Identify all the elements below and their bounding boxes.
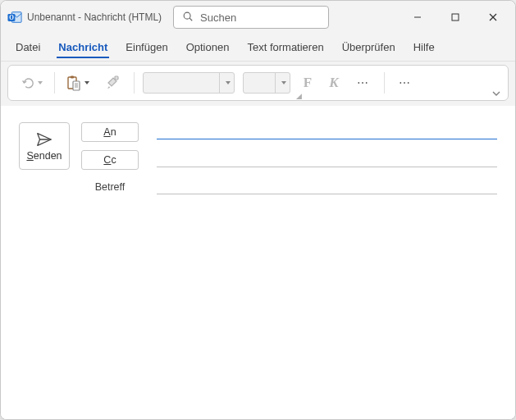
maximize-button[interactable] [436, 1, 474, 34]
format-painter-button[interactable] [101, 71, 126, 95]
italic-button[interactable]: K [325, 75, 343, 91]
to-button[interactable]: An [81, 122, 139, 142]
send-label: Senden [26, 150, 62, 162]
chevron-down-icon [275, 73, 290, 93]
recipient-fields: An Cc Betreff [81, 122, 497, 194]
search-box[interactable]: Suchen [173, 6, 329, 29]
undo-button[interactable] [16, 71, 46, 95]
chevron-down-icon [38, 81, 43, 84]
send-icon [35, 130, 53, 148]
chevron-down-icon [84, 81, 89, 84]
font-name-combo[interactable] [143, 72, 235, 94]
message-body[interactable] [19, 204, 497, 393]
compose-header: Senden An Cc Betreff [19, 122, 497, 194]
separator [384, 72, 385, 94]
collapse-ribbon-button[interactable] [490, 87, 503, 100]
close-button[interactable] [474, 1, 512, 34]
separator [54, 72, 55, 94]
chevron-down-icon [219, 73, 234, 93]
subject-label: Betreff [81, 181, 139, 193]
menu-nachricht[interactable]: Nachricht [57, 36, 109, 58]
more-commands-button[interactable]: ⋯ [393, 71, 418, 95]
message-window: O Unbenannt - Nachricht (HTML) Suchen [0, 0, 516, 420]
more-formatting-button[interactable]: ⋯ [351, 71, 376, 95]
menubar: Datei Nachricht Einfügen Optionen Text f… [1, 34, 515, 62]
send-button[interactable]: Senden [19, 122, 70, 170]
subject-row: Betreff [81, 180, 497, 194]
window-title: Unbenannt - Nachricht (HTML) [27, 11, 162, 23]
menu-ueberpruefen[interactable]: Überprüfen [340, 36, 397, 58]
search-placeholder: Suchen [200, 11, 236, 24]
bold-button[interactable]: F [299, 75, 317, 91]
caption-buttons [399, 1, 512, 34]
menu-text-formatieren[interactable]: Text formatieren [245, 36, 325, 58]
svg-rect-6 [452, 14, 459, 21]
cc-row: Cc [81, 150, 497, 170]
menu-optionen[interactable]: Optionen [185, 36, 231, 58]
cc-input[interactable] [157, 153, 497, 167]
svg-rect-15 [115, 76, 118, 80]
outlook-icon: O [7, 10, 22, 25]
menu-hilfe[interactable]: Hilfe [412, 36, 436, 58]
compose-area: Senden An Cc Betreff [1, 106, 515, 419]
separator [134, 72, 135, 94]
search-icon [182, 11, 194, 25]
dialog-launcher-icon[interactable]: ◢ [296, 92, 304, 100]
cc-button[interactable]: Cc [81, 150, 139, 170]
ribbon: F K ⋯ ◢ ⋯ [7, 65, 509, 101]
font-size-combo[interactable] [243, 72, 290, 94]
ribbon-container: F K ⋯ ◢ ⋯ [1, 62, 515, 106]
menu-datei[interactable]: Datei [14, 36, 42, 58]
svg-rect-10 [71, 76, 74, 79]
subject-input[interactable] [157, 180, 497, 194]
svg-rect-11 [73, 81, 80, 90]
svg-text:O: O [9, 15, 14, 21]
titlebar: O Unbenannt - Nachricht (HTML) Suchen [1, 1, 515, 34]
paste-button[interactable] [63, 71, 93, 95]
svg-point-3 [184, 12, 190, 19]
to-input[interactable] [157, 125, 497, 139]
to-row: An [81, 122, 497, 142]
svg-line-4 [190, 18, 192, 21]
menu-einfuegen[interactable]: Einfügen [124, 36, 169, 58]
minimize-button[interactable] [399, 1, 436, 34]
